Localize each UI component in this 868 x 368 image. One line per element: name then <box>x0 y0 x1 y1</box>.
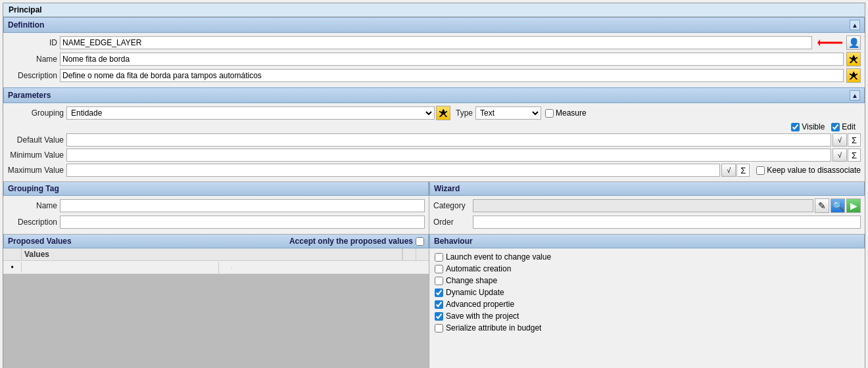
proposed-body: Values • <box>3 248 429 368</box>
gt-name-row: Name <box>7 198 425 213</box>
parameters-collapse-btn[interactable]: ▲ <box>850 90 860 101</box>
desc-label: Description <box>7 71 60 80</box>
wizard-order-row: Order <box>429 215 865 229</box>
minimum-label: Minimum Value <box>7 150 66 160</box>
proposed-cell-a <box>219 267 232 268</box>
grouping-type-row: Grouping Entidade 🟊 Type Text Measure <box>7 106 861 120</box>
maximum-row: Maximum Value √ Σ Keep value to disassoc… <box>7 164 861 177</box>
behaviour-item-5: Save with the project <box>435 311 859 321</box>
wizard-go-btn[interactable]: ▶ <box>846 198 861 213</box>
wizard-title: Wizard <box>434 184 460 193</box>
behaviour-label-5: Save with the project <box>446 311 519 321</box>
id-input[interactable] <box>60 36 812 49</box>
behaviour-label-6: Serialize attribute in budget <box>446 323 541 333</box>
minimum-input[interactable] <box>66 149 831 162</box>
behaviour-body: Launch event to change valueAutomatic cr… <box>429 248 865 339</box>
gt-name-input[interactable] <box>60 199 425 212</box>
proposed-col-index <box>3 248 22 260</box>
wizard-search-btn[interactable]: 🔍 <box>831 198 845 213</box>
behaviour-item-1: Automatic creation <box>435 264 859 273</box>
type-label: Type <box>456 108 473 118</box>
measure-checkbox-label[interactable]: Measure <box>545 108 587 118</box>
proposed-title: Proposed Values <box>8 237 72 246</box>
wizard-order-input[interactable] <box>473 216 861 229</box>
maximum-sqrt-btn[interactable]: √ <box>721 164 736 177</box>
grouping-tag-body: Name Description <box>3 196 429 234</box>
behaviour-label-2: Change shape <box>446 276 497 285</box>
id-action-btn[interactable]: 👤 <box>846 35 861 50</box>
default-row: Default Value √ Σ <box>7 133 861 147</box>
wizard-body: Category ✎ 🔍 ▶ Order <box>429 196 865 234</box>
behaviour-checkbox-2[interactable] <box>435 277 443 285</box>
gt-desc-input[interactable] <box>60 216 425 229</box>
keep-checkbox-label[interactable]: Keep value to disassociate <box>756 166 861 175</box>
visible-checkbox[interactable] <box>791 123 800 131</box>
grouping-tag-header: Grouping Tag <box>3 181 429 196</box>
wizard-category-input[interactable] <box>473 199 813 212</box>
minimum-row: Minimum Value √ Σ <box>7 149 861 162</box>
proposed-col-values: Values <box>22 248 402 260</box>
default-label: Default Value <box>7 135 66 145</box>
desc-input[interactable] <box>60 69 844 82</box>
measure-label: Measure <box>556 108 587 118</box>
parameters-body: Grouping Entidade 🟊 Type Text Measure Vi… <box>3 103 865 181</box>
wizard-category-row: Category ✎ 🔍 ▶ <box>429 198 865 213</box>
wizard-edit-btn[interactable]: ✎ <box>815 198 829 213</box>
principal-title: Principal <box>9 5 42 14</box>
accept-label: Accept only the proposed values <box>289 237 413 246</box>
principal-header: Principal <box>3 3 865 17</box>
behaviour-checkbox-1[interactable] <box>435 265 443 273</box>
minimum-sigma-btn[interactable]: Σ <box>848 149 861 162</box>
right-panel: Wizard Category ✎ 🔍 ▶ Order Behaviour <box>429 181 865 368</box>
proposed-table-wrapper: • <box>3 261 429 368</box>
parameters-title: Parameters <box>8 91 51 100</box>
svg-marker-1 <box>817 39 820 46</box>
bottom-grid: Grouping Tag Name Description Proposed V… <box>3 181 865 368</box>
name-input[interactable] <box>60 53 844 66</box>
behaviour-header: Behaviour <box>429 234 865 248</box>
visible-label: Visible <box>802 122 825 131</box>
proposed-value-cell[interactable] <box>22 262 219 273</box>
behaviour-label-1: Automatic creation <box>446 264 511 273</box>
arrow-indicator <box>817 36 844 49</box>
measure-checkbox[interactable] <box>545 109 554 118</box>
default-sqrt-btn[interactable]: √ <box>832 133 847 147</box>
minimum-sqrt-btn[interactable]: √ <box>832 149 847 162</box>
proposed-row-bullet: • <box>3 261 429 274</box>
visible-edit-row: Visible Edit <box>7 122 861 131</box>
grouping-action-btn[interactable]: 🟊 <box>436 106 450 120</box>
behaviour-checkbox-0[interactable] <box>435 253 443 262</box>
behaviour-item-4: Advanced propertie <box>435 300 859 309</box>
behaviour-label-4: Advanced propertie <box>446 300 514 309</box>
gt-desc-row: Description <box>7 215 425 229</box>
name-action-btn[interactable]: 🟊 <box>846 52 861 66</box>
visible-checkbox-label[interactable]: Visible <box>791 122 825 131</box>
default-input[interactable] <box>66 133 831 147</box>
definition-collapse-btn[interactable]: ▲ <box>850 20 860 30</box>
behaviour-checkbox-6[interactable] <box>435 324 443 333</box>
behaviour-checkbox-3[interactable] <box>435 288 443 297</box>
grouping-label: Grouping <box>7 108 66 118</box>
grouping-tag-title: Grouping Tag <box>8 184 59 193</box>
behaviour-checkbox-4[interactable] <box>435 300 443 309</box>
definition-section-header: Definition ▲ <box>3 17 865 33</box>
proposed-cell-b <box>232 267 429 268</box>
definition-body: ID 👤 Name 🟊 Description 🟊 <box>3 33 865 87</box>
grouping-select[interactable]: Entidade <box>66 106 435 120</box>
proposed-bullet: • <box>3 262 22 273</box>
gt-desc-label: Description <box>7 218 60 227</box>
id-label: ID <box>7 38 60 47</box>
behaviour-item-6: Serialize attribute in budget <box>435 323 859 333</box>
maximum-input[interactable] <box>66 164 720 177</box>
accept-checkbox[interactable] <box>416 237 424 246</box>
default-sigma-btn[interactable]: Σ <box>848 133 861 147</box>
type-select[interactable]: Text <box>475 106 541 120</box>
proposed-cols: Values <box>3 248 429 261</box>
keep-checkbox[interactable] <box>756 166 765 175</box>
maximum-sigma-btn[interactable]: Σ <box>736 164 750 177</box>
edit-checkbox-label[interactable]: Edit <box>831 122 856 131</box>
edit-checkbox[interactable] <box>831 123 840 131</box>
desc-action-btn[interactable]: 🟊 <box>846 68 861 83</box>
behaviour-checkbox-5[interactable] <box>435 312 443 321</box>
proposed-section-header: Proposed Values Accept only the proposed… <box>3 234 429 248</box>
